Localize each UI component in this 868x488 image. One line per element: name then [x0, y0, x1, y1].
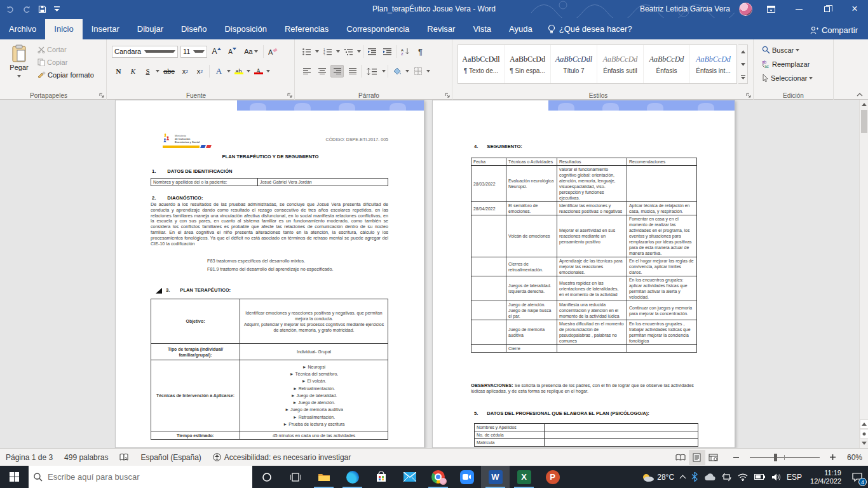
language-indicator[interactable]: Español (España) [135, 449, 207, 466]
accessibility-status[interactable]: Accesibilidad: es necesario investigar [207, 449, 356, 466]
replace-button[interactable]: abac Reemplazar [760, 58, 815, 69]
web-layout-button[interactable] [705, 450, 722, 465]
start-button[interactable] [0, 466, 29, 488]
sort-button[interactable]: AZ [398, 45, 412, 58]
page-indicator[interactable]: Página 1 de 3 [0, 449, 58, 466]
dialog-launcher-icon[interactable] [445, 93, 450, 98]
close-button[interactable]: × [845, 0, 864, 18]
tab-correspondencia[interactable]: Correspondencia [337, 19, 418, 39]
numbering-button[interactable]: 123 [321, 45, 334, 58]
action-center-button[interactable]: 4 [846, 466, 868, 488]
customize-qat-icon[interactable] [54, 6, 60, 12]
style-enfasis-intenso[interactable]: AaBbCcDdÉnfasis int... [690, 45, 736, 83]
proofing-icon[interactable] [114, 449, 135, 466]
underline-button[interactable]: S [141, 65, 154, 78]
zoom-out-button[interactable] [728, 450, 745, 465]
superscript-button[interactable]: x2 [193, 65, 207, 78]
multilevel-list-button[interactable] [342, 45, 355, 58]
tab-revisar[interactable]: Revisar [418, 19, 464, 39]
excel-button[interactable]: X [510, 466, 538, 488]
search-input[interactable] [48, 472, 232, 482]
tab-ayuda[interactable]: Ayuda [500, 19, 541, 39]
scroll-down-icon[interactable] [860, 438, 868, 448]
align-left-button[interactable] [300, 65, 313, 78]
powerpoint-button[interactable]: P [538, 466, 567, 488]
undo-icon[interactable] [6, 6, 15, 13]
justify-button[interactable] [346, 65, 359, 78]
save-icon[interactable] [38, 5, 46, 13]
increase-indent-button[interactable] [381, 45, 394, 58]
ribbon-display-options-icon[interactable] [761, 0, 780, 18]
style-texto[interactable]: AaBbCcDdl¶ Texto de... [458, 45, 505, 83]
zoom-slider[interactable] [750, 457, 820, 458]
keyboard-language[interactable]: ESP [783, 466, 805, 488]
tab-referencias[interactable]: Referencias [276, 19, 337, 39]
heading-collapse-marker[interactable] [156, 288, 162, 294]
paste-button[interactable]: Pegar [5, 44, 33, 79]
share-button[interactable]: Compartir [810, 25, 858, 35]
vertical-scrollbar[interactable] [859, 100, 868, 448]
font-family-combo[interactable]: Candara [112, 46, 178, 58]
underline-dropdown[interactable] [156, 70, 159, 72]
dialog-launcher-icon[interactable] [99, 93, 104, 98]
styles-more-icon[interactable] [738, 71, 747, 83]
minimize-button[interactable] [789, 0, 808, 18]
collapse-ribbon-icon[interactable] [857, 93, 863, 97]
clear-formatting-button[interactable]: A [266, 45, 280, 58]
restore-button[interactable] [817, 0, 836, 18]
select-browse-object-button[interactable] [860, 429, 868, 438]
zoom-in-button[interactable] [825, 450, 841, 465]
align-right-button[interactable] [330, 65, 344, 78]
style-titulo7[interactable]: AaBbCcDdlTítulo 7 [551, 45, 597, 83]
print-layout-button[interactable] [689, 450, 705, 465]
pilcrow-button[interactable]: ¶ [414, 45, 427, 58]
redo-icon[interactable] [22, 6, 31, 13]
shrink-font-button[interactable]: A [226, 45, 239, 58]
avatar[interactable] [739, 3, 752, 16]
tray-expand-icon[interactable] [677, 466, 688, 488]
task-view-button[interactable] [281, 466, 309, 488]
bluetooth-icon[interactable] [688, 466, 701, 488]
change-case-button[interactable]: Aa [241, 45, 261, 58]
word-count[interactable]: 499 palabras [58, 449, 114, 466]
word-button[interactable]: W [481, 466, 510, 488]
paste-dropdown[interactable] [17, 75, 21, 78]
tab-vista[interactable]: Vista [464, 19, 500, 39]
tab-disposicion[interactable]: Disposición [215, 19, 275, 39]
style-enfasis-sutil[interactable]: AaBbCcDdÉnfasis sutil [597, 45, 644, 83]
borders-button[interactable] [411, 65, 424, 78]
page-2[interactable]: 4.SEGUIMIENTO: Fecha Técnicas o Activida… [432, 100, 735, 448]
align-center-button[interactable] [315, 65, 329, 78]
font-color-button[interactable]: A [252, 65, 265, 78]
tab-dibujar[interactable]: Dibujar [128, 19, 172, 39]
previous-page-button[interactable] [860, 419, 868, 429]
tell-me-box[interactable]: ¿Qué desea hacer? [541, 19, 640, 39]
scrollbar-thumb[interactable] [861, 110, 867, 133]
bullets-button[interactable] [300, 45, 313, 58]
battery-icon[interactable] [751, 466, 768, 488]
wifi-icon[interactable] [735, 466, 751, 488]
cast-icon[interactable] [719, 466, 735, 488]
highlight-button[interactable]: ab [232, 65, 245, 78]
text-effects-button[interactable]: A [212, 65, 226, 78]
page-1[interactable]: Ministerio de Inclusión Económica y Soci… [115, 100, 424, 448]
dialog-launcher-icon[interactable] [746, 93, 751, 98]
find-button[interactable]: Buscar [760, 44, 815, 55]
subscript-button[interactable]: x2 [179, 65, 192, 78]
store-button[interactable] [367, 466, 395, 488]
tab-archivo[interactable]: Archivo [0, 19, 45, 39]
scroll-up-icon[interactable] [860, 100, 868, 109]
volume-icon[interactable] [768, 466, 783, 488]
select-button[interactable]: Seleccionar [760, 72, 815, 83]
copy-button[interactable]: Copiar [36, 57, 96, 67]
style-enfasis[interactable]: AaBbCcDdÉnfasis [644, 45, 690, 83]
grow-font-button[interactable]: A [210, 45, 223, 58]
account-name[interactable]: Beatriz Leticia Garcia Vera [640, 4, 730, 13]
mail-button[interactable] [395, 466, 424, 488]
zoom-app-button[interactable] [452, 466, 481, 488]
zoom-level[interactable]: 60% [841, 453, 868, 462]
tab-inicio[interactable]: Inicio [45, 19, 82, 39]
dialog-launcher-icon[interactable] [287, 93, 292, 98]
decrease-indent-button[interactable] [365, 45, 379, 58]
styles-scroll-up-icon[interactable] [738, 45, 747, 58]
